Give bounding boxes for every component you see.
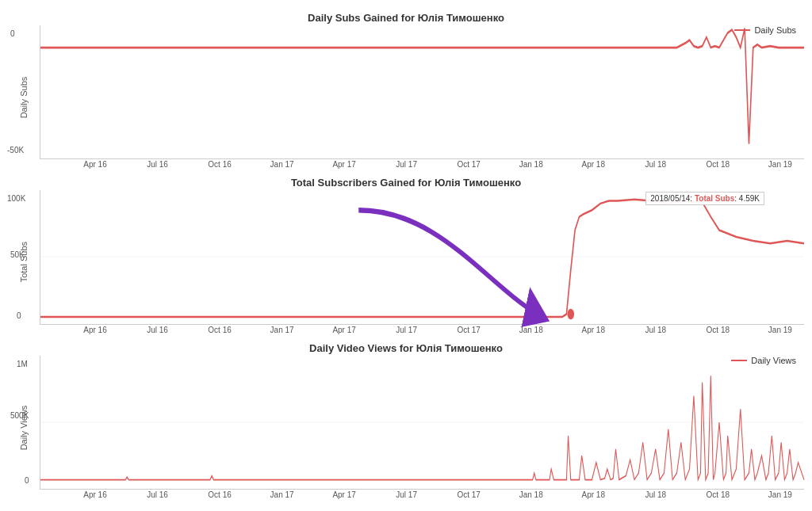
x-label: Jan 17 (259, 326, 306, 334)
x-label: Jul 18 (632, 160, 680, 169)
daily-subs-x-labels: Apr 16 Jul 16 Oct 16 Jan 17 Apr 17 Jul 1… (40, 160, 804, 169)
y-tick-0: 0 (25, 476, 29, 485)
daily-views-x-labels: Apr 16 Jul 16 Oct 16 Jan 17 Apr 17 Jul 1… (40, 490, 804, 499)
x-label: Oct 16 (196, 490, 243, 499)
daily-subs-title: Daily Subs Gained for Юлія Тимошенко (8, 12, 804, 24)
total-subs-chart: Total Subscribers Gained for Юлія Тимоше… (0, 173, 812, 337)
x-label: Oct 17 (445, 326, 492, 334)
x-label: Oct 16 (196, 160, 243, 169)
x-label: Apr 16 (71, 160, 119, 169)
y-tick-50k: 50K (10, 250, 25, 259)
daily-subs-legend-line (734, 29, 750, 31)
x-label: Jul 16 (134, 326, 182, 334)
x-label: Jan 17 (259, 160, 306, 169)
x-label: Oct 18 (694, 326, 741, 334)
daily-subs-inner: Daily Subs 0 -50K (40, 25, 804, 159)
y-tick-500k: 500K (10, 411, 29, 420)
x-label: Jul 16 (134, 490, 182, 499)
daily-views-area: Daily Views Daily Views 1M 500K 0 (8, 356, 804, 499)
x-label: Apr 18 (569, 326, 617, 334)
x-label: Jan 18 (508, 160, 555, 169)
daily-views-inner: Daily Views 1M 500K 0 (40, 356, 804, 490)
x-label: Jul 18 (632, 490, 680, 499)
daily-views-svg (40, 356, 804, 489)
x-label: Apr 17 (320, 160, 368, 169)
x-label: Apr 18 (569, 490, 617, 499)
x-label: Jul 17 (383, 490, 431, 499)
daily-views-legend-line (731, 360, 747, 361)
y-tick-50k: -50K (7, 146, 24, 154)
daily-subs-area: Daily Subs Daily Subs 0 -50K (8, 25, 804, 169)
total-subs-x-labels: Apr 16 Jul 16 Oct 16 Jan 17 Apr 17 Jul 1… (40, 326, 804, 334)
x-label: Jan 17 (259, 490, 306, 499)
y-tick-0: 0 (10, 29, 15, 38)
y-tick-0: 0 (17, 311, 21, 320)
daily-subs-chart: Daily Subs Gained for Юлія Тимошенко Dai… (0, 8, 812, 173)
x-label: Jul 17 (383, 160, 431, 169)
daily-views-legend: Daily Views (731, 356, 796, 365)
x-label: Jul 16 (134, 160, 182, 169)
x-label: Apr 17 (320, 326, 368, 334)
x-label: Jan 18 (508, 490, 555, 499)
x-label: Jan 19 (756, 490, 804, 499)
charts-container: Daily Subs Gained for Юлія Тимошенко Dai… (0, 0, 812, 511)
total-subs-inner: 100K 50K 0 2018/05/14: Total Subs (40, 190, 804, 324)
y-tick-1m: 1M (17, 360, 28, 368)
daily-views-y-label: Daily Views (8, 356, 40, 499)
x-label: Jan 19 (756, 160, 804, 169)
y-tick-100k: 100K (7, 194, 25, 203)
total-subs-title: Total Subscribers Gained for Юлія Тимоше… (8, 177, 804, 189)
x-label: Oct 17 (445, 490, 492, 499)
x-label: Jan 18 (508, 326, 555, 334)
x-label: Jul 18 (632, 326, 680, 334)
x-label: Oct 18 (694, 160, 741, 169)
daily-subs-legend-label: Daily Subs (754, 25, 796, 35)
total-subs-y-label: Total Subs (8, 190, 40, 334)
daily-views-legend-label: Daily Views (751, 356, 796, 365)
x-label: Jan 19 (756, 326, 804, 334)
total-subs-svg (40, 190, 804, 323)
x-label: Jul 17 (383, 326, 431, 334)
daily-subs-svg (40, 25, 804, 158)
x-label: Apr 16 (71, 326, 119, 334)
x-label: Apr 16 (71, 490, 119, 499)
daily-subs-legend: Daily Subs (734, 25, 796, 35)
x-label: Oct 16 (196, 326, 243, 334)
daily-views-chart: Daily Video Views for Юлія Тимошенко Dai… (0, 338, 812, 503)
x-label: Oct 17 (445, 160, 492, 169)
svg-point-2 (567, 309, 574, 319)
x-label: Apr 17 (320, 490, 368, 499)
x-label: Oct 18 (694, 490, 741, 499)
total-subs-area: Total Subs 100K 50K 0 (8, 190, 804, 334)
daily-views-title: Daily Video Views for Юлія Тимошенко (8, 342, 804, 354)
x-label: Apr 18 (569, 160, 617, 169)
